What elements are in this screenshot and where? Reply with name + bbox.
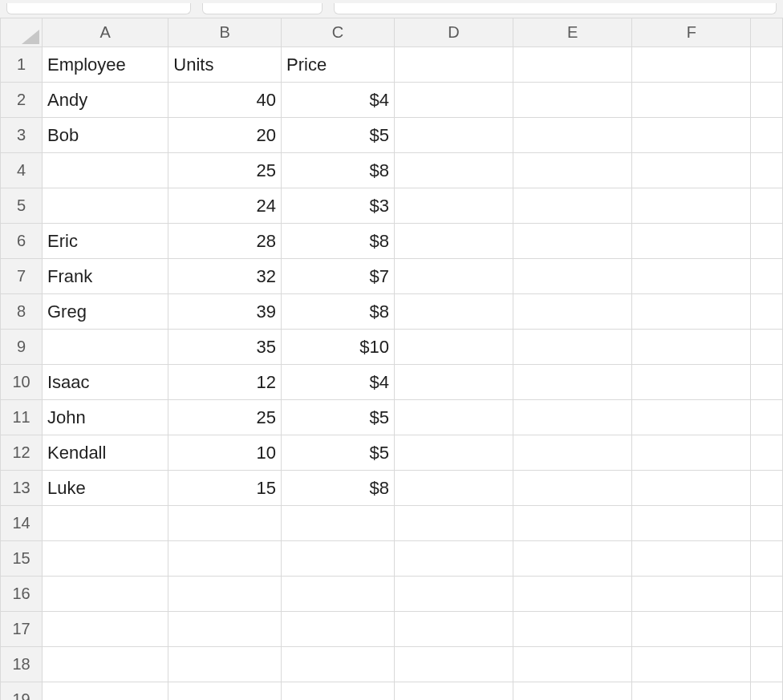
cell-C8[interactable]: $8 <box>282 294 395 330</box>
col-header-E[interactable]: E <box>513 18 632 47</box>
cell-B18[interactable] <box>168 647 282 682</box>
row-header-15[interactable]: 15 <box>1 541 43 577</box>
cell-F17[interactable] <box>632 612 751 647</box>
cell-F5[interactable] <box>632 188 751 224</box>
cell-D10[interactable] <box>394 365 513 400</box>
row-header-12[interactable]: 12 <box>1 435 43 471</box>
cell-E2[interactable] <box>513 83 632 118</box>
cell-F19[interactable] <box>632 682 751 701</box>
cell-B17[interactable] <box>168 612 282 647</box>
cell-E15[interactable] <box>513 541 632 577</box>
cell-F9[interactable] <box>632 330 751 365</box>
cell-D12[interactable] <box>394 435 513 471</box>
select-all-corner[interactable] <box>1 18 43 47</box>
cell-A6[interactable]: Eric <box>43 224 168 259</box>
row-header-4[interactable]: 4 <box>1 153 43 188</box>
cell-F16[interactable] <box>632 577 751 612</box>
cell-A17[interactable] <box>43 612 168 647</box>
cell-F1[interactable] <box>632 47 751 83</box>
cell-B7[interactable]: 32 <box>168 259 282 294</box>
col-header-A[interactable]: A <box>43 18 168 47</box>
row-header-6[interactable]: 6 <box>1 224 43 259</box>
cell-F2[interactable] <box>632 83 751 118</box>
cell-C4[interactable]: $8 <box>282 153 395 188</box>
cell-F10[interactable] <box>632 365 751 400</box>
row-header-8[interactable]: 8 <box>1 294 43 330</box>
cell-A7[interactable]: Frank <box>43 259 168 294</box>
cell-B16[interactable] <box>168 577 282 612</box>
cell-C18[interactable] <box>282 647 395 682</box>
row-header-5[interactable]: 5 <box>1 188 43 224</box>
cell-B15[interactable] <box>168 541 282 577</box>
cell-D15[interactable] <box>394 541 513 577</box>
cell-D5[interactable] <box>394 188 513 224</box>
cell-C16[interactable] <box>282 577 395 612</box>
row-header-10[interactable]: 10 <box>1 365 43 400</box>
cell-E13[interactable] <box>513 471 632 506</box>
cell-E7[interactable] <box>513 259 632 294</box>
cell-F12[interactable] <box>632 435 751 471</box>
col-header-F[interactable]: F <box>632 18 751 47</box>
row-header-17[interactable]: 17 <box>1 612 43 647</box>
cell-E18[interactable] <box>513 647 632 682</box>
row-header-16[interactable]: 16 <box>1 577 43 612</box>
cell-C7[interactable]: $7 <box>282 259 395 294</box>
cell-D4[interactable] <box>394 153 513 188</box>
cell-B13[interactable]: 15 <box>168 471 282 506</box>
cell-A9[interactable] <box>43 330 168 365</box>
row-header-9[interactable]: 9 <box>1 330 43 365</box>
cell-B11[interactable]: 25 <box>168 400 282 435</box>
cell-F6[interactable] <box>632 224 751 259</box>
cell-D6[interactable] <box>394 224 513 259</box>
cell-B19[interactable] <box>168 682 282 701</box>
cell-E8[interactable] <box>513 294 632 330</box>
row-header-14[interactable]: 14 <box>1 506 43 541</box>
cell-E17[interactable] <box>513 612 632 647</box>
col-header-B[interactable]: B <box>168 18 282 47</box>
row-header-18[interactable]: 18 <box>1 647 43 682</box>
row-header-1[interactable]: 1 <box>1 47 43 83</box>
cell-C9[interactable]: $10 <box>282 330 395 365</box>
cell-A14[interactable] <box>43 506 168 541</box>
cell-F7[interactable] <box>632 259 751 294</box>
cell-F15[interactable] <box>632 541 751 577</box>
cell-A16[interactable] <box>43 577 168 612</box>
cell-A11[interactable]: John <box>43 400 168 435</box>
cell-B4[interactable]: 25 <box>168 153 282 188</box>
cell-C13[interactable]: $8 <box>282 471 395 506</box>
cell-E16[interactable] <box>513 577 632 612</box>
cell-A8[interactable]: Greg <box>43 294 168 330</box>
cell-B12[interactable]: 10 <box>168 435 282 471</box>
cell-C10[interactable]: $4 <box>282 365 395 400</box>
cell-A4[interactable] <box>43 153 168 188</box>
cell-D2[interactable] <box>394 83 513 118</box>
formula-bar[interactable] <box>334 3 777 14</box>
cell-A1[interactable]: Employee <box>43 47 168 83</box>
cell-C6[interactable]: $8 <box>282 224 395 259</box>
cell-A10[interactable]: Isaac <box>43 365 168 400</box>
cell-D16[interactable] <box>394 577 513 612</box>
cell-D19[interactable] <box>394 682 513 701</box>
cell-D18[interactable] <box>394 647 513 682</box>
cell-B5[interactable]: 24 <box>168 188 282 224</box>
cell-A2[interactable]: Andy <box>43 83 168 118</box>
cell-D14[interactable] <box>394 506 513 541</box>
cell-E1[interactable] <box>513 47 632 83</box>
row-header-7[interactable]: 7 <box>1 259 43 294</box>
cell-B9[interactable]: 35 <box>168 330 282 365</box>
cell-B3[interactable]: 20 <box>168 118 282 153</box>
cell-C15[interactable] <box>282 541 395 577</box>
cell-A12[interactable]: Kendall <box>43 435 168 471</box>
col-header-C[interactable]: C <box>282 18 395 47</box>
cell-E6[interactable] <box>513 224 632 259</box>
cell-D7[interactable] <box>394 259 513 294</box>
cell-B1[interactable]: Units <box>168 47 282 83</box>
cell-C14[interactable] <box>282 506 395 541</box>
cell-E5[interactable] <box>513 188 632 224</box>
cell-B8[interactable]: 39 <box>168 294 282 330</box>
cell-E9[interactable] <box>513 330 632 365</box>
cell-C1[interactable]: Price <box>282 47 395 83</box>
cell-D8[interactable] <box>394 294 513 330</box>
cell-B14[interactable] <box>168 506 282 541</box>
cell-F13[interactable] <box>632 471 751 506</box>
